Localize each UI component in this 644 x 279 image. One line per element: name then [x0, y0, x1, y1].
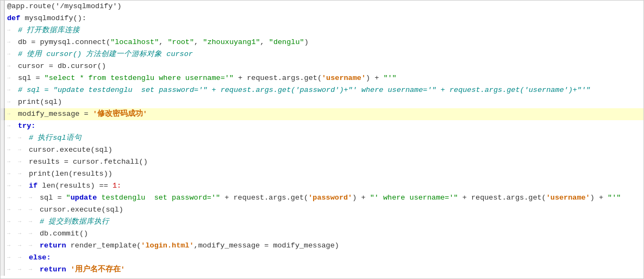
token: # 打开数据库连接: [18, 25, 80, 36]
token: try:: [18, 121, 35, 132]
line-gutter: [1, 240, 5, 252]
code-line: →db = pymysql.connect("localhost", "root…: [1, 36, 643, 48]
token: = modify_message): [260, 240, 339, 252]
token: "'": [608, 193, 621, 204]
token: results = cursor.fetchall(): [29, 157, 148, 168]
line-gutter: [1, 60, 5, 72]
code-line: →→→return render_template('login.html',m…: [1, 240, 643, 252]
code-line: →→→return '用户名不存在': [1, 264, 643, 276]
indent-arrow: →: [29, 194, 40, 202]
token: ,: [194, 240, 198, 252]
line-gutter: [1, 132, 5, 144]
token: db = pymysql.connect(: [18, 37, 110, 48]
indent-arrow: →: [7, 158, 18, 166]
line-gutter: [1, 1, 5, 13]
indent-arrow: →: [7, 170, 18, 178]
code-line: def mysqlmodify():: [1, 13, 643, 24]
line-gutter: [1, 96, 5, 108]
code-line: →sql = "select * from testdenglu where u…: [1, 72, 643, 84]
token: '修改密码成功': [93, 109, 147, 120]
token: # 使用 cursor() 方法创建一个游标对象 cursor: [18, 49, 193, 60]
indent-arrow: →: [18, 265, 29, 274]
line-text: →modify_message = '修改密码成功': [5, 108, 643, 120]
line-gutter: [1, 264, 5, 276]
line-text: def mysqlmodify():: [5, 13, 643, 24]
indent-arrow: →: [7, 218, 18, 226]
token: 'username': [546, 193, 590, 204]
indent-arrow: →: [29, 265, 40, 274]
token: print(len(results)): [29, 169, 112, 180]
code-line: →print(sql): [1, 96, 643, 108]
token: testdenglu set password='": [97, 193, 220, 204]
line-gutter: [1, 144, 5, 156]
code-line: →→print(len(results)): [1, 168, 643, 180]
line-gutter: [1, 228, 5, 240]
line-text: →# 使用 cursor() 方法创建一个游标对象 cursor: [5, 48, 643, 60]
indent-arrow: →: [7, 62, 18, 71]
indent-arrow: →: [18, 170, 29, 178]
token: update: [71, 193, 97, 204]
token: render_template(: [66, 240, 141, 252]
line-text: →→results = cursor.fetchall(): [5, 156, 643, 168]
token: "'": [383, 73, 396, 84]
token: cursor.execute(sql): [29, 145, 112, 156]
indent-arrow: →: [7, 206, 18, 214]
line-gutter: [1, 204, 5, 216]
line-gutter: [1, 48, 5, 60]
token: ) +: [366, 73, 383, 84]
token: mysqlmodify():: [20, 13, 86, 24]
line-text: →→if len(results) == 1:: [5, 180, 643, 192]
line-text: →→→cursor.execute(sql): [5, 204, 643, 216]
token: "localhost": [110, 37, 159, 48]
code-line: →→else:: [1, 252, 643, 264]
indent-arrow: →: [29, 241, 40, 250]
token: else:: [29, 252, 51, 264]
line-gutter: [1, 72, 5, 84]
code-line: →→→# 提交到数据库执行: [1, 216, 643, 228]
line-text: →→→# 提交到数据库执行: [5, 216, 643, 228]
line-text: →→cursor.execute(sql): [5, 144, 643, 156]
indent-arrow: →: [18, 194, 29, 202]
token: + request.args.get(: [234, 73, 322, 84]
token: "root": [167, 37, 194, 48]
code-line: →cursor = db.cursor(): [1, 60, 643, 72]
indent-arrow: →: [7, 110, 18, 119]
code-line: →→→sql = "update testdenglu set password…: [1, 192, 643, 204]
indent-arrow: →: [7, 194, 18, 202]
line-gutter: [1, 168, 5, 180]
token: 'username': [322, 73, 366, 84]
indent-arrow: →: [18, 218, 29, 226]
indent-arrow: →: [7, 98, 18, 107]
token: "denglu": [269, 37, 304, 48]
indent-arrow: →: [29, 206, 40, 214]
code-line: →→→cursor.execute(sql): [1, 204, 643, 216]
indent-arrow: →: [7, 241, 18, 250]
token: 'password': [308, 193, 352, 204]
code-line: →→results = cursor.fetchall(): [1, 156, 643, 168]
code-line: →→# 执行sql语句: [1, 132, 643, 144]
indent-arrow: →: [18, 158, 29, 166]
token: db.commit(): [40, 228, 88, 240]
line-text: →→print(len(results)): [5, 168, 643, 180]
line-gutter: [1, 36, 5, 48]
indent-arrow: →: [7, 253, 18, 262]
line-text: →db = pymysql.connect("localhost", "root…: [5, 36, 643, 48]
token: "' where username='": [370, 193, 458, 204]
token: [66, 264, 71, 276]
line-gutter: [1, 13, 5, 24]
line-gutter: [1, 192, 5, 204]
token: modify_message: [198, 240, 260, 252]
code-line: →modify_message = '修改密码成功': [1, 108, 643, 120]
token: len(results) ==: [37, 181, 112, 192]
line-text: →# 打开数据库连接: [5, 24, 643, 36]
line-text: →cursor = db.cursor(): [5, 60, 643, 72]
indent-arrow: →: [7, 122, 18, 131]
indent-arrow: →: [29, 218, 40, 226]
line-gutter: [1, 180, 5, 192]
token: ,: [194, 37, 203, 48]
line-text: →→→return render_template('login.html',m…: [5, 240, 643, 252]
line-gutter: [1, 252, 5, 264]
code-line: →→cursor.execute(sql): [1, 144, 643, 156]
line-gutter: [1, 84, 5, 96]
token: sql =: [18, 73, 45, 84]
